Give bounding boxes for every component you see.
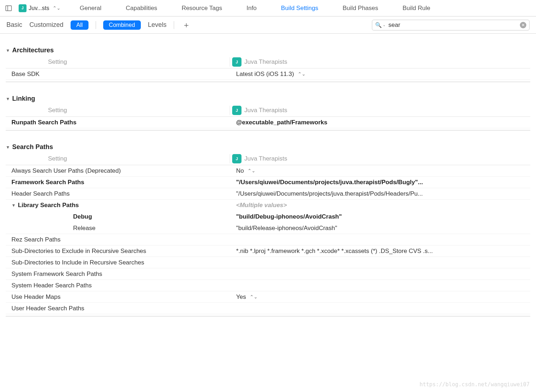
popup-arrows-icon: ⌃⌄	[298, 71, 306, 77]
setting-value[interactable]: "build/Release-iphoneos/AvoidCrash"	[230, 225, 530, 232]
section-linking: ▼ Linking Setting J Juva Therapists Runp…	[6, 95, 530, 130]
settings-content: ▼ Architectures Setting J Juva Therapist…	[0, 47, 536, 327]
setting-row-library-debug[interactable]: Debug "build/Debug-iphoneos/AvoidCrash"	[6, 211, 530, 223]
section-title: Architectures	[12, 47, 54, 54]
section-divider	[6, 130, 530, 130]
sidebar-toggle-button[interactable]	[4, 3, 14, 13]
setting-row-always-search[interactable]: Always Search User Paths (Deprecated) No…	[6, 165, 530, 177]
column-target: J Juva Therapists	[230, 106, 530, 115]
target-name-label: Juv...sts	[29, 5, 49, 11]
column-setting-label: Setting	[6, 58, 230, 66]
section-header[interactable]: ▼ Search Paths	[6, 143, 530, 152]
column-setting-label: Setting	[6, 155, 230, 162]
separator	[174, 21, 174, 29]
filter-basic[interactable]: Basic	[6, 20, 22, 30]
setting-row-library-release[interactable]: Release "build/Release-iphoneos/AvoidCra…	[6, 223, 530, 234]
setting-row-rez[interactable]: Rez Search Paths	[6, 234, 530, 245]
editor-tab-bar: J Juv...sts ⌃⌄ General Capabilities Reso…	[0, 0, 536, 16]
section-divider	[6, 81, 530, 82]
setting-row-runpath[interactable]: Runpath Search Paths @executable_path/Fr…	[6, 117, 530, 128]
column-target-label: Juva Therapists	[244, 155, 287, 162]
disclosure-triangle-icon[interactable]: ▼	[6, 145, 10, 150]
target-app-icon: J	[232, 154, 241, 163]
setting-row-sys-header[interactable]: System Header Search Paths	[6, 280, 530, 291]
tab-general[interactable]: General	[68, 0, 114, 16]
setting-value[interactable]: *.nib *.lproj *.framework *.gch *.xcode*…	[230, 248, 530, 255]
setting-label: Always Search User Paths (Deprecated)	[6, 167, 230, 175]
target-app-icon: J	[19, 4, 27, 12]
setting-label: User Header Search Paths	[6, 305, 230, 312]
setting-value[interactable]: @executable_path/Frameworks	[230, 119, 530, 126]
section-title: Search Paths	[12, 143, 53, 151]
tab-build-phases[interactable]: Build Phases	[330, 0, 390, 16]
disclosure-triangle-icon[interactable]: ▼	[6, 96, 10, 101]
setting-value[interactable]: "/Users/qiuwei/Documents/projects/juva.t…	[230, 179, 530, 186]
section-header[interactable]: ▼ Linking	[6, 95, 530, 104]
target-app-icon: J	[232, 57, 241, 67]
setting-label: System Header Search Paths	[6, 282, 230, 289]
section-title: Linking	[12, 95, 35, 102]
filter-all[interactable]: All	[71, 20, 88, 30]
setting-row-include[interactable]: Sub-Directories to Include in Recursive …	[6, 257, 530, 268]
setting-label: Sub-Directories to Include in Recursive …	[6, 259, 230, 266]
setting-value[interactable]: <Multiple values>	[230, 202, 530, 209]
setting-row-library[interactable]: ▼ Library Search Paths <Multiple values>	[6, 200, 530, 211]
setting-value[interactable]: "build/Debug-iphoneos/AvoidCrash"	[230, 213, 530, 220]
column-target: J Juva Therapists	[230, 57, 530, 67]
setting-label: Base SDK	[6, 71, 230, 78]
filter-customized[interactable]: Customized	[29, 20, 63, 30]
tab-capabilities[interactable]: Capabilities	[114, 0, 169, 16]
tab-info[interactable]: Info	[234, 0, 269, 16]
setting-label: Rez Search Paths	[6, 236, 230, 243]
popup-arrows-icon: ⌃⌄	[250, 294, 258, 300]
disclosure-triangle-icon[interactable]: ▼	[6, 48, 10, 53]
setting-row-exclude[interactable]: Sub-Directories to Exclude in Recursive …	[6, 245, 530, 257]
separator	[96, 21, 96, 29]
value-text: Latest iOS (iOS 11.3)	[236, 71, 294, 78]
column-setting-label: Setting	[6, 107, 230, 114]
setting-label: Framework Search Paths	[6, 179, 230, 186]
setting-row-header[interactable]: Header Search Paths "/Users/qiuwei/Docum…	[6, 188, 530, 200]
value-text: No	[236, 167, 244, 175]
section-divider	[6, 316, 530, 316]
section-architectures: ▼ Architectures Setting J Juva Therapist…	[6, 47, 530, 82]
target-app-icon: J	[232, 106, 241, 115]
setting-row-sys-framework[interactable]: System Framework Search Paths	[6, 268, 530, 280]
search-options-chevron-icon[interactable]: ⌄	[383, 23, 386, 27]
value-text: Yes	[236, 293, 246, 301]
column-target: J Juva Therapists	[230, 154, 530, 163]
setting-value[interactable]: Yes ⌃⌄	[230, 293, 530, 301]
setting-value[interactable]: Latest iOS (iOS 11.3) ⌃⌄	[230, 71, 530, 78]
clear-search-button[interactable]: ✕	[520, 22, 526, 28]
setting-row-use-header-maps[interactable]: Use Header Maps Yes ⌃⌄	[6, 291, 530, 303]
search-input[interactable]	[388, 21, 520, 29]
setting-value[interactable]: "/Users/qiuwei/Documents/projects/juva.t…	[230, 190, 530, 197]
setting-label: Sub-Directories to Exclude in Recursive …	[6, 248, 230, 255]
target-selector[interactable]: J Juv...sts ⌃⌄	[19, 4, 61, 12]
search-field[interactable]: 🔍 ⌄ ✕	[372, 20, 530, 30]
setting-label: Use Header Maps	[6, 293, 230, 301]
sidebar-icon	[5, 5, 12, 11]
add-setting-button[interactable]: ＋	[181, 20, 191, 30]
tab-build-settings[interactable]: Build Settings	[269, 0, 330, 16]
setting-row-base-sdk[interactable]: Base SDK Latest iOS (iOS 11.3) ⌃⌄	[6, 68, 530, 80]
column-target-label: Juva Therapists	[244, 107, 287, 114]
filter-levels[interactable]: Levels	[148, 20, 167, 30]
columns-header: Setting J Juva Therapists	[6, 104, 530, 117]
columns-header: Setting J Juva Therapists	[6, 56, 530, 68]
popup-arrows-icon: ⌃⌄	[248, 168, 255, 173]
setting-value[interactable]: No ⌃⌄	[230, 167, 530, 175]
setting-row-user-header[interactable]: User Header Search Paths	[6, 303, 530, 314]
tab-resource-tags[interactable]: Resource Tags	[169, 0, 234, 16]
setting-label: Release	[6, 225, 230, 232]
filter-bar: Basic Customized All Combined Levels ＋ 🔍…	[0, 16, 536, 34]
disclosure-triangle-icon[interactable]: ▼	[11, 203, 16, 208]
svg-rect-0	[6, 6, 11, 11]
section-header[interactable]: ▼ Architectures	[6, 47, 530, 56]
label-text: Library Search Paths	[18, 202, 79, 209]
setting-label: System Framework Search Paths	[6, 271, 230, 278]
setting-label: Runpath Search Paths	[6, 119, 230, 126]
filter-combined[interactable]: Combined	[103, 20, 141, 30]
tab-build-rules[interactable]: Build Rule	[391, 0, 443, 16]
setting-row-framework[interactable]: Framework Search Paths "/Users/qiuwei/Do…	[6, 177, 530, 188]
